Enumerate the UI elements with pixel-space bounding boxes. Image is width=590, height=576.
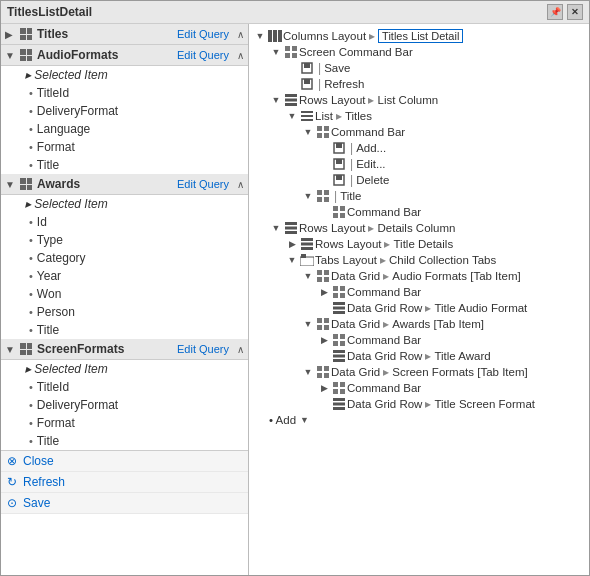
- datagrid-audio-label: Data Grid: [331, 270, 380, 282]
- svg-rect-50: [340, 293, 345, 298]
- screen-cmd-bar-icon: [283, 45, 299, 59]
- node-datagrid-audio: ▼ Data Grid ▸ Audio Formats [Tab Item]: [249, 268, 589, 284]
- edit-item-label: Edit...: [356, 158, 385, 170]
- node-columns-layout-root: ▼ Columns Layout ▸ Titles List Detail: [249, 28, 589, 44]
- titles-collapse[interactable]: ∧: [237, 29, 244, 40]
- pin-icon[interactable]: 📌: [547, 4, 563, 20]
- svg-rect-14: [301, 111, 313, 113]
- datagrid-row-audio-label: Data Grid Row: [347, 302, 422, 314]
- columns-layout-icon: [267, 29, 283, 43]
- toggle-rows-title-details[interactable]: ▶: [285, 237, 299, 251]
- screenformats-tab-detail: Screen Formats [Tab Item]: [392, 366, 528, 378]
- cmd-bar-awards-label: Command Bar: [347, 334, 421, 346]
- toggle-rows-list[interactable]: ▼: [269, 93, 283, 107]
- save-icon: [299, 61, 315, 75]
- list-icon: [299, 109, 315, 123]
- screenformats-selected-item: ▸ Selected Item: [1, 360, 248, 378]
- main-window: TitlesListDetail 📌 ✕ ▶ Titles Edit Query…: [0, 0, 590, 576]
- audioformats-edit-query[interactable]: Edit Query: [177, 49, 229, 61]
- screenformats-edit-query[interactable]: Edit Query: [177, 343, 229, 355]
- toggle-cmd-bar-list[interactable]: ▼: [301, 125, 315, 139]
- svg-rect-8: [304, 63, 310, 68]
- toggle-cmd-bar-audio[interactable]: ▶: [317, 285, 331, 299]
- toggle-cmd-bar-sf[interactable]: ▶: [317, 381, 331, 395]
- field-titleid-sf: TitleId: [1, 378, 248, 396]
- svg-rect-0: [268, 30, 272, 42]
- rows-layout-details-icon: [283, 221, 299, 235]
- node-datagrid-row-audio: Data Grid Row ▸ Title Audio Format: [249, 300, 589, 316]
- toggle-titles[interactable]: ▶: [5, 29, 15, 40]
- toggle-datagrid-audio[interactable]: ▼: [301, 269, 315, 283]
- datagrid-row-awards-icon: [331, 349, 347, 363]
- toggle-awards[interactable]: ▼: [5, 179, 15, 190]
- datagrid-row-sf-icon: [331, 397, 347, 411]
- audioformats-collapse[interactable]: ∧: [237, 50, 244, 61]
- field-year: Year: [1, 267, 248, 285]
- svg-rect-6: [292, 53, 297, 58]
- toggle-datagrid-screenformats[interactable]: ▼: [301, 365, 315, 379]
- field-category: Category: [1, 249, 248, 267]
- rows-layout-title-icon: [299, 237, 315, 251]
- refresh-action[interactable]: ↻ Refresh: [1, 472, 248, 493]
- svg-rect-43: [317, 270, 322, 275]
- svg-rect-41: [300, 257, 314, 266]
- add-button[interactable]: • Add ▼: [249, 412, 589, 428]
- toggle-tabs-layout[interactable]: ▼: [285, 253, 299, 267]
- datagrid-audio-icon: [315, 269, 331, 283]
- svg-rect-37: [285, 231, 297, 234]
- node-cmd-bar-sf: ▶ Command Bar: [249, 380, 589, 396]
- svg-rect-13: [285, 103, 297, 106]
- svg-rect-55: [324, 318, 329, 323]
- node-cmd-bar-awards: ▶ Command Bar: [249, 332, 589, 348]
- cmd-bar-title-label: Command Bar: [347, 206, 421, 218]
- close-action[interactable]: ⊗ Close: [1, 451, 248, 472]
- toggle-audioformats[interactable]: ▼: [5, 50, 15, 61]
- titles-edit-query[interactable]: Edit Query: [177, 28, 229, 40]
- title-award-detail: Title Award: [434, 350, 490, 362]
- toggle-columns-root[interactable]: ▼: [253, 29, 267, 43]
- title-audio-format-detail: Title Audio Format: [434, 302, 527, 314]
- title-row-label: Title: [340, 190, 361, 202]
- toggle-title-row[interactable]: ▼: [301, 189, 315, 203]
- awards-collapse[interactable]: ∧: [237, 179, 244, 190]
- cmd-bar-audio-icon: [331, 285, 347, 299]
- close-icon[interactable]: ✕: [567, 4, 583, 20]
- node-add-item: | Add...: [249, 140, 589, 156]
- list-column-detail: List Column: [377, 94, 438, 106]
- cmd-bar-awards-icon: [331, 333, 347, 347]
- add-item-icon: [331, 141, 347, 155]
- svg-rect-35: [285, 222, 297, 225]
- toggle-cmd-bar-awards[interactable]: ▶: [317, 333, 331, 347]
- toggle-list-titles[interactable]: ▼: [285, 109, 299, 123]
- toggle-screenformats[interactable]: ▼: [5, 344, 15, 355]
- svg-rect-72: [340, 389, 345, 394]
- refresh-action-icon: ↻: [7, 475, 17, 489]
- screenformats-collapse[interactable]: ∧: [237, 344, 244, 355]
- bottom-actions: ⊗ Close ↻ Refresh ⊙ Save: [1, 450, 248, 514]
- field-won: Won: [1, 285, 248, 303]
- svg-rect-40: [301, 247, 313, 250]
- close-action-icon: ⊗: [7, 454, 17, 468]
- svg-rect-69: [333, 382, 338, 387]
- toggle-refresh: [285, 77, 299, 91]
- node-list-titles: ▼ List ▸ Titles: [249, 108, 589, 124]
- svg-rect-12: [285, 99, 297, 102]
- edit-item-icon: [331, 157, 347, 171]
- toggle-rows-details[interactable]: ▼: [269, 221, 283, 235]
- svg-rect-58: [333, 334, 338, 339]
- refresh-label: Refresh: [23, 475, 65, 489]
- toggle-datagrid-awards[interactable]: ▼: [301, 317, 315, 331]
- awards-edit-query[interactable]: Edit Query: [177, 178, 229, 190]
- main-content: ▶ Titles Edit Query ∧ ▼ AudioFormats Edi…: [1, 24, 589, 575]
- add-dropdown-arrow[interactable]: ▼: [300, 415, 309, 425]
- svg-rect-29: [317, 197, 322, 202]
- node-title-row: ▼ | Title: [249, 188, 589, 204]
- node-rows-details-column: ▼ Rows Layout ▸ Details Column: [249, 220, 589, 236]
- close-label: Close: [23, 454, 54, 468]
- node-rows-title-details: ▶ Rows Layout ▸ Title Details: [249, 236, 589, 252]
- svg-rect-68: [324, 373, 329, 378]
- tabs-layout-icon: [299, 253, 315, 267]
- datagrid-row-sf-label: Data Grid Row: [347, 398, 422, 410]
- save-action[interactable]: ⊙ Save: [1, 493, 248, 514]
- toggle-screen-cmd-bar[interactable]: ▼: [269, 45, 283, 59]
